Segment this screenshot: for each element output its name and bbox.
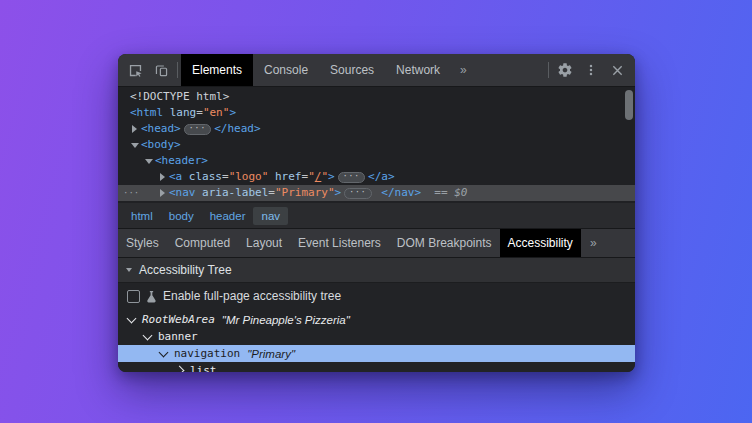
- settings-icon[interactable]: [552, 54, 578, 86]
- more-tabs-button[interactable]: »: [451, 54, 476, 86]
- chevron-down-icon[interactable]: [159, 347, 169, 357]
- dom-node-line-0[interactable]: <!DOCTYPE html>: [118, 89, 635, 105]
- code-token: ": [321, 169, 328, 185]
- code-token: <head>: [141, 121, 181, 137]
- dom-node-line-6[interactable]: ···<nav aria-label="Primary">··· </nav> …: [118, 185, 635, 201]
- tab-elements[interactable]: Elements: [181, 54, 253, 86]
- panel-tabs: ElementsConsoleSourcesNetwork: [181, 54, 451, 86]
- enable-full-page-checkbox[interactable]: [127, 290, 140, 303]
- devtools-window: ElementsConsoleSourcesNetwork » <: [118, 54, 635, 372]
- dom-node-line-2[interactable]: <head>···</head>: [118, 121, 635, 137]
- code-token: >: [229, 105, 236, 121]
- chevron-down-icon[interactable]: [127, 313, 137, 323]
- code-token: <nav: [169, 185, 196, 201]
- tab-console[interactable]: Console: [253, 54, 319, 86]
- code-token: =: [302, 169, 309, 185]
- expanded-arrow-icon[interactable]: [128, 143, 141, 148]
- sidebar-tabs: StylesComputedLayoutEvent ListenersDOM B…: [118, 229, 635, 258]
- a11y-role: banner: [158, 330, 198, 343]
- code-token: class: [182, 169, 222, 185]
- code-token: =: [196, 105, 203, 121]
- tab-styles[interactable]: Styles: [118, 229, 167, 257]
- tab-computed[interactable]: Computed: [167, 229, 238, 257]
- collapsed-arrow-icon[interactable]: [128, 125, 141, 133]
- a11y-accessible-name: "Primary": [247, 348, 295, 360]
- menu-icon[interactable]: [578, 54, 604, 86]
- a11y-role: list: [190, 364, 217, 372]
- tab-event-listeners[interactable]: Event Listeners: [290, 229, 389, 257]
- code-token: =: [222, 169, 229, 185]
- a11y-role: navigation: [174, 347, 240, 360]
- breadcrumb-item-html[interactable]: html: [123, 207, 161, 225]
- toolbar-separator: [177, 62, 178, 78]
- inline-expand-button[interactable]: ···: [344, 188, 371, 199]
- dom-node-line-4[interactable]: <header>: [118, 153, 635, 169]
- a11y-role: RootWebArea: [142, 313, 215, 326]
- section-title: Accessibility Tree: [139, 263, 232, 277]
- close-icon[interactable]: [604, 54, 630, 86]
- code-token: "Primary": [275, 185, 335, 201]
- code-token: lang: [163, 105, 196, 121]
- dom-node-line-1[interactable]: <html lang="en">: [118, 105, 635, 121]
- code-token: </a>: [368, 169, 395, 185]
- accessibility-tree-section-header[interactable]: Accessibility Tree: [118, 258, 635, 283]
- main-toolbar: ElementsConsoleSourcesNetwork »: [118, 54, 635, 87]
- breadcrumb-item-header[interactable]: header: [202, 207, 254, 225]
- full-page-a11y-row: Enable full-page accessibility tree: [118, 283, 635, 309]
- a11y-node-navigation[interactable]: navigation"Primary": [118, 345, 635, 362]
- code-token: <header>: [155, 153, 208, 169]
- code-token: >: [335, 185, 342, 201]
- collapsed-arrow-icon[interactable]: [156, 173, 169, 181]
- breadcrumb-item-nav[interactable]: nav: [253, 207, 288, 225]
- a11y-accessible-name: "Mr Pineapple's Pizzeria": [222, 314, 350, 326]
- accessibility-tree: RootWebArea"Mr Pineapple's Pizzeria"bann…: [118, 309, 635, 372]
- breadcrumb: htmlbodyheadernav: [118, 203, 635, 229]
- code-token: </nav>: [375, 185, 421, 201]
- code-token: aria-label: [196, 185, 269, 201]
- toolbar-separator: [548, 62, 549, 78]
- code-token: </head>: [214, 121, 260, 137]
- a11y-node-banner[interactable]: banner: [118, 328, 635, 345]
- code-token: <!DOCTYPE html>: [130, 89, 229, 105]
- tab-dom-breakpoints[interactable]: DOM Breakpoints: [389, 229, 500, 257]
- section-collapse-icon: [126, 268, 132, 272]
- dom-node-line-5[interactable]: <a class="logo" href="/">···</a>: [118, 169, 635, 185]
- collapsed-arrow-icon[interactable]: [156, 189, 169, 197]
- code-token: <body>: [141, 137, 181, 153]
- code-token: <a: [169, 169, 182, 185]
- inspect-icon[interactable]: [122, 54, 148, 86]
- experiment-flask-icon: [146, 290, 157, 303]
- dom-tree: <!DOCTYPE html><html lang="en"><head>···…: [118, 87, 635, 203]
- code-token: ": [308, 169, 315, 185]
- hidden-rules-ellipsis[interactable]: ···: [123, 185, 139, 201]
- code-token: == $0: [421, 185, 467, 201]
- chevron-right-icon[interactable]: [175, 366, 185, 372]
- code-token: /: [315, 169, 322, 185]
- code-token: <html: [130, 105, 163, 121]
- dom-node-line-3[interactable]: <body>: [118, 137, 635, 153]
- tab-network[interactable]: Network: [385, 54, 451, 86]
- tab-sources[interactable]: Sources: [319, 54, 385, 86]
- more-sidebar-tabs-button[interactable]: »: [581, 229, 606, 257]
- chevron-down-icon[interactable]: [143, 330, 153, 340]
- code-token: "en": [203, 105, 230, 121]
- device-toolbar-icon[interactable]: [148, 54, 174, 86]
- breadcrumb-item-body[interactable]: body: [161, 207, 202, 225]
- tab-accessibility[interactable]: Accessibility: [500, 229, 581, 257]
- inline-expand-button[interactable]: ···: [338, 172, 365, 183]
- sidebar-tabs-list: StylesComputedLayoutEvent ListenersDOM B…: [118, 229, 581, 257]
- code-token: =: [268, 185, 275, 201]
- expanded-arrow-icon[interactable]: [142, 159, 155, 164]
- a11y-node-rootwebarea[interactable]: RootWebArea"Mr Pineapple's Pizzeria": [118, 311, 635, 328]
- code-token: >: [328, 169, 335, 185]
- checkbox-label: Enable full-page accessibility tree: [163, 289, 341, 303]
- inline-expand-button[interactable]: ···: [184, 124, 211, 135]
- tab-layout[interactable]: Layout: [238, 229, 290, 257]
- a11y-node-list[interactable]: list: [118, 362, 635, 372]
- toolbar-right-group: [545, 54, 635, 86]
- code-token: href: [268, 169, 301, 185]
- code-token: "logo": [229, 169, 269, 185]
